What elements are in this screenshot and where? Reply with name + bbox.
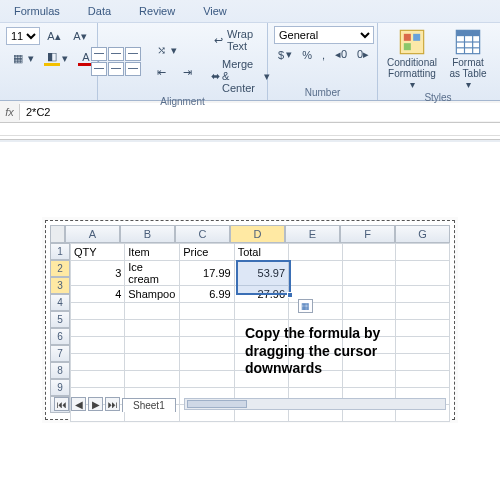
sheet-tab-bar: ⏮ ◀ ▶ ⏭ Sheet1 bbox=[54, 395, 446, 413]
indent-icon: ⇥ bbox=[179, 64, 195, 80]
cell-g1[interactable] bbox=[396, 244, 450, 261]
row-header-9[interactable]: 9 bbox=[50, 379, 70, 396]
merge-label: Merge & Center bbox=[222, 58, 262, 94]
tab-formulas[interactable]: Formulas bbox=[0, 3, 74, 22]
cond-format-label: Conditional Formatting ▾ bbox=[387, 57, 437, 90]
cell-e3[interactable] bbox=[289, 286, 343, 303]
tab-review[interactable]: Review bbox=[125, 3, 189, 22]
decrease-indent-button[interactable]: ⇤ bbox=[149, 62, 173, 82]
annotation-text: Copy the formula by dragging the cursor … bbox=[245, 325, 425, 378]
formula-input[interactable] bbox=[20, 103, 500, 121]
cell-e1[interactable] bbox=[289, 244, 343, 261]
fill-color-button[interactable]: ◧▾ bbox=[40, 48, 72, 68]
col-header-e[interactable]: E bbox=[285, 225, 340, 243]
row-header-8[interactable]: 8 bbox=[50, 362, 70, 379]
table-icon bbox=[454, 28, 482, 56]
scrollbar-thumb[interactable] bbox=[187, 400, 247, 408]
align-mid-left[interactable] bbox=[91, 62, 107, 76]
cell-g2[interactable] bbox=[396, 261, 450, 286]
font-size-select[interactable]: 11 bbox=[6, 27, 40, 45]
col-header-d[interactable]: D bbox=[230, 225, 285, 243]
autofill-options-button[interactable]: ▦ bbox=[298, 299, 313, 313]
comma-button[interactable]: , bbox=[318, 47, 329, 63]
cell-c2[interactable]: 17.99 bbox=[180, 261, 234, 286]
cell-g3[interactable] bbox=[396, 286, 450, 303]
select-all-corner[interactable] bbox=[50, 225, 65, 243]
align-mid-center[interactable] bbox=[108, 62, 124, 76]
increase-indent-button[interactable]: ⇥ bbox=[175, 62, 199, 82]
row-header-6[interactable]: 6 bbox=[50, 328, 70, 345]
wrap-text-button[interactable]: ↩Wrap Text bbox=[207, 26, 274, 54]
row-header-5[interactable]: 5 bbox=[50, 311, 70, 328]
format-as-table-button[interactable]: Format as Table ▾ bbox=[443, 26, 493, 92]
row-header-4[interactable]: 4 bbox=[50, 294, 70, 311]
tab-view[interactable]: View bbox=[189, 3, 241, 22]
horizontal-scrollbar[interactable] bbox=[184, 398, 446, 410]
table-row bbox=[71, 303, 450, 320]
sheet-nav-next[interactable]: ▶ bbox=[88, 397, 103, 411]
col-header-g[interactable]: G bbox=[395, 225, 450, 243]
percent-button[interactable]: % bbox=[298, 47, 316, 63]
increase-decimal-button[interactable]: ◂0 bbox=[331, 46, 351, 63]
fx-icon[interactable]: fx bbox=[0, 104, 20, 120]
cell-f3[interactable] bbox=[342, 286, 396, 303]
cell-c1[interactable]: Price bbox=[180, 244, 234, 261]
align-top-right[interactable] bbox=[125, 47, 141, 61]
col-header-a[interactable]: A bbox=[65, 225, 120, 243]
align-top-center[interactable] bbox=[108, 47, 124, 61]
col-header-c[interactable]: C bbox=[175, 225, 230, 243]
cell-f1[interactable] bbox=[342, 244, 396, 261]
comma-icon: , bbox=[322, 49, 325, 61]
cell-f2[interactable] bbox=[342, 261, 396, 286]
table-row: 3 Ice cream 17.99 53.97 bbox=[71, 261, 450, 286]
document-area: A B C D E F G 1 2 3 4 5 6 7 8 9 bbox=[0, 142, 500, 500]
sheet-tab-1[interactable]: Sheet1 bbox=[122, 398, 176, 412]
col-header-b[interactable]: B bbox=[120, 225, 175, 243]
tab-data[interactable]: Data bbox=[74, 3, 125, 22]
row-header-1[interactable]: 1 bbox=[50, 243, 70, 260]
align-mid-right[interactable] bbox=[125, 62, 141, 76]
cell-a2[interactable]: 3 bbox=[71, 261, 125, 286]
number-format-select[interactable]: General bbox=[274, 26, 374, 44]
cell-b3[interactable]: Shampoo bbox=[125, 286, 180, 303]
cell-e2[interactable] bbox=[289, 261, 343, 286]
cell-b2[interactable]: Ice cream bbox=[125, 261, 180, 286]
grow-font-button[interactable]: A▴ bbox=[42, 26, 66, 46]
cell-c3[interactable]: 6.99 bbox=[180, 286, 234, 303]
bucket-icon: ◧ bbox=[44, 50, 60, 66]
ruler bbox=[0, 123, 500, 140]
cell-b1[interactable]: Item bbox=[125, 244, 180, 261]
border-button[interactable]: ▦▾ bbox=[6, 48, 38, 68]
conditional-formatting-button[interactable]: Conditional Formatting ▾ bbox=[383, 26, 441, 92]
svg-rect-2 bbox=[413, 34, 420, 41]
cell-a1[interactable]: QTY bbox=[71, 244, 125, 261]
row-header-2[interactable]: 2 bbox=[50, 260, 70, 277]
currency-button[interactable]: $ ▾ bbox=[274, 46, 296, 63]
row-header-3[interactable]: 3 bbox=[50, 277, 70, 294]
align-top-left[interactable] bbox=[91, 47, 107, 61]
sheet-nav-last[interactable]: ⏭ bbox=[105, 397, 120, 411]
group-styles: Conditional Formatting ▾ Format as Table… bbox=[378, 23, 498, 100]
cell-d2[interactable]: 53.97 bbox=[234, 261, 288, 286]
svg-rect-5 bbox=[456, 30, 479, 36]
sheet-nav-first[interactable]: ⏮ bbox=[54, 397, 69, 411]
sheet-nav-prev[interactable]: ◀ bbox=[71, 397, 86, 411]
decrease-decimal-button[interactable]: 0▸ bbox=[353, 46, 373, 63]
fill-handle[interactable] bbox=[287, 292, 293, 298]
svg-rect-3 bbox=[404, 43, 411, 50]
orientation-button[interactable]: ⤭▾ bbox=[149, 40, 199, 60]
cell-d3[interactable]: 27.96 bbox=[234, 286, 288, 303]
shrink-font-icon: A▾ bbox=[72, 28, 88, 44]
cell-a3[interactable]: 4 bbox=[71, 286, 125, 303]
shrink-font-button[interactable]: A▾ bbox=[68, 26, 92, 46]
col-header-f[interactable]: F bbox=[340, 225, 395, 243]
svg-rect-1 bbox=[404, 34, 411, 41]
cell-a4[interactable] bbox=[71, 303, 125, 320]
wrap-icon: ↩ bbox=[211, 32, 225, 48]
row-header-7[interactable]: 7 bbox=[50, 345, 70, 362]
group-alignment: ⤭▾ ⇤ ⇥ ↩Wrap Text ⬌Merge & Center ▾ Alig… bbox=[98, 23, 268, 100]
table-row: QTY Item Price Total bbox=[71, 244, 450, 261]
cell-d1[interactable]: Total bbox=[234, 244, 288, 261]
merge-center-button[interactable]: ⬌Merge & Center ▾ bbox=[207, 56, 274, 96]
embedded-spreadsheet[interactable]: A B C D E F G 1 2 3 4 5 6 7 8 9 bbox=[45, 220, 455, 420]
